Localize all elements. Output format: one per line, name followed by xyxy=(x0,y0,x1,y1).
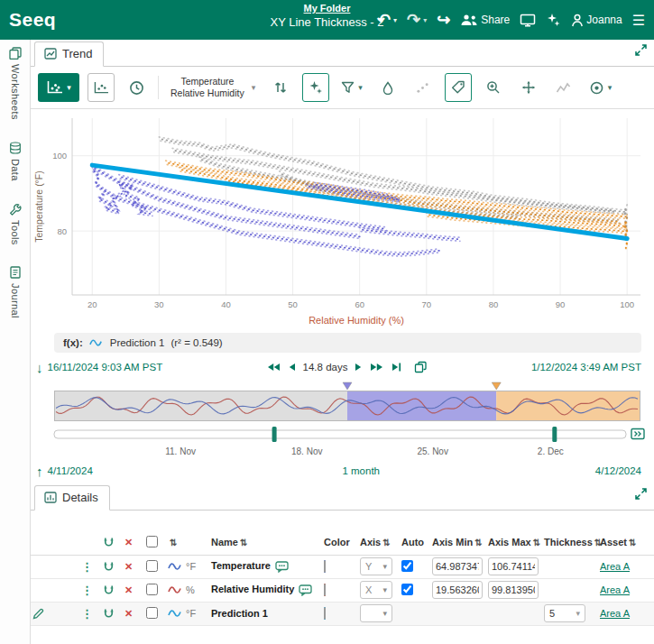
seeq-logo: Seeq xyxy=(9,9,56,31)
tab-trend[interactable]: Trend xyxy=(34,41,104,67)
asset-link[interactable]: Area A xyxy=(600,608,630,619)
row-menu-button[interactable]: ⋮ xyxy=(81,560,93,574)
details-row[interactable]: ⋮✕°FTemperatureY▾Area A xyxy=(31,555,654,578)
axis-min-input[interactable] xyxy=(432,557,483,575)
step-to-end-button[interactable] xyxy=(391,363,401,372)
auto-checkbox[interactable] xyxy=(401,584,413,595)
samples-icon[interactable] xyxy=(410,73,437,102)
sort-icon[interactable]: ⇅ xyxy=(240,538,247,547)
sort-icon[interactable]: ⇅ xyxy=(474,538,482,547)
comment-icon[interactable] xyxy=(275,561,289,573)
target-mode-button[interactable]: ▾ xyxy=(585,73,616,102)
row-checkbox[interactable] xyxy=(146,560,158,572)
auto-checkbox[interactable] xyxy=(401,560,413,572)
details-row[interactable]: ⋮✕%Relative HumidityX▾Area A xyxy=(31,578,654,602)
asset-link[interactable]: Area A xyxy=(600,561,630,572)
investigate-range-start[interactable]: 4/11/2024 xyxy=(48,465,93,476)
sidebar-item-data[interactable]: Data xyxy=(9,142,22,181)
remove-button[interactable]: ✕ xyxy=(124,561,133,572)
step-forward-button[interactable] xyxy=(355,363,363,372)
prediction-tool-button[interactable] xyxy=(302,73,329,102)
user-menu[interactable]: Joanna xyxy=(571,14,622,27)
magnet-button[interactable] xyxy=(103,584,121,596)
select-all-checkbox[interactable] xyxy=(146,536,158,547)
capsule-labels-button[interactable] xyxy=(445,73,472,102)
opacity-droplet-button[interactable] xyxy=(374,73,401,102)
share-button[interactable]: Share xyxy=(460,14,510,26)
col-auto[interactable]: Auto xyxy=(401,537,424,547)
sort-type-icon[interactable]: ⇅ xyxy=(170,538,177,547)
tab-details[interactable]: Details xyxy=(34,485,110,511)
axis-select[interactable]: ▾ xyxy=(360,604,392,622)
col-axis[interactable]: Axis xyxy=(360,537,381,547)
time-options-button[interactable] xyxy=(123,73,150,102)
edit-pencil-icon[interactable] xyxy=(32,608,78,620)
col-axis-min[interactable]: Axis Min xyxy=(432,537,473,547)
axis-min-input[interactable] xyxy=(432,581,483,599)
sidebar-item-worksheets[interactable]: Worksheets xyxy=(9,47,22,120)
remove-button[interactable]: ✕ xyxy=(124,608,133,619)
sort-icon[interactable]: ⇅ xyxy=(629,538,636,547)
present-button[interactable] xyxy=(520,14,536,27)
investigate-range-duration[interactable]: 1 month xyxy=(342,465,380,476)
step-back-button[interactable] xyxy=(288,363,296,372)
timeline-strip[interactable] xyxy=(54,380,654,423)
scatter-options-button[interactable] xyxy=(88,73,115,102)
axis-select[interactable]: X▾ xyxy=(360,581,392,599)
filter-button[interactable]: ▾ xyxy=(337,73,366,102)
step-back-full-button[interactable] xyxy=(266,363,281,372)
fx-bar[interactable]: f(x): Prediction 1 (r² = 0.549) xyxy=(54,333,641,353)
sidebar-item-tools[interactable]: Tools xyxy=(9,203,22,245)
axis-max-input[interactable] xyxy=(488,557,539,575)
expand-icon[interactable] xyxy=(635,488,647,500)
ai-assistant-icon[interactable] xyxy=(546,13,561,27)
expand-icon[interactable] xyxy=(635,44,647,56)
color-swatch[interactable] xyxy=(324,584,326,596)
display-range-end[interactable]: 1/12/2024 3:49 AM PST xyxy=(531,362,641,373)
details-row[interactable]: ⋮✕°FPrediction 1▾5▾Area A xyxy=(31,602,654,625)
range-down-arrow-icon[interactable]: ↓ xyxy=(36,360,43,375)
zoom-in-button[interactable] xyxy=(480,73,507,102)
copy-range-button[interactable] xyxy=(414,361,428,373)
toolbar-divider xyxy=(158,76,159,99)
comment-icon[interactable] xyxy=(299,584,312,596)
color-swatch[interactable] xyxy=(324,607,326,620)
col-name[interactable]: Name xyxy=(211,537,238,547)
magnet-button[interactable] xyxy=(103,608,121,620)
col-asset[interactable]: Asset xyxy=(600,537,627,547)
col-color[interactable]: Color xyxy=(324,537,350,547)
remove-all-button[interactable]: ✕ xyxy=(124,537,133,547)
sidebar-item-journal[interactable]: Journal xyxy=(9,266,22,318)
swap-axes-button[interactable] xyxy=(267,73,294,102)
row-menu-button[interactable]: ⋮ xyxy=(81,607,93,621)
sort-icon[interactable]: ⇅ xyxy=(533,538,540,547)
xy-plot-view-button[interactable]: ▾ xyxy=(38,73,79,102)
chain-view-icon[interactable] xyxy=(631,427,645,441)
axis-max-input[interactable] xyxy=(488,581,539,599)
hamburger-menu-icon[interactable]: ☰ xyxy=(632,12,645,29)
signal-pair-selector[interactable]: Temperature Relative Humidity ▾ xyxy=(170,76,255,99)
remove-button[interactable]: ✕ xyxy=(124,584,133,595)
investigate-range-end[interactable]: 4/12/2024 xyxy=(595,465,641,476)
col-axis-max[interactable]: Axis Max xyxy=(488,537,531,547)
trend-tabbar: Trend xyxy=(31,40,654,67)
sort-icon[interactable]: ⇅ xyxy=(382,538,390,547)
row-menu-button[interactable]: ⋮ xyxy=(81,584,93,597)
display-range-duration[interactable]: 14.8 days xyxy=(303,362,348,373)
magnet-header-icon[interactable] xyxy=(103,537,121,548)
color-swatch[interactable] xyxy=(324,560,326,573)
range-slider[interactable] xyxy=(31,423,654,446)
range-up-arrow-icon[interactable]: ↑ xyxy=(36,464,43,479)
magnet-button[interactable] xyxy=(103,561,121,573)
asset-link[interactable]: Area A xyxy=(600,584,630,595)
row-checkbox[interactable] xyxy=(146,607,158,619)
axis-select[interactable]: Y▾ xyxy=(360,557,392,575)
xy-chart-area[interactable]: 203040506070809010080100Relative Humidit… xyxy=(31,109,654,331)
redo-button[interactable]: ↷▾ xyxy=(407,12,427,28)
thickness-select[interactable]: 5▾ xyxy=(544,604,585,622)
row-checkbox[interactable] xyxy=(146,584,158,595)
display-range-start[interactable]: 16/11/2024 9:03 AM PST xyxy=(48,362,163,373)
pan-button[interactable] xyxy=(515,73,542,102)
step-forward-full-button[interactable] xyxy=(370,363,384,372)
col-thickness[interactable]: Thickness xyxy=(544,537,593,547)
